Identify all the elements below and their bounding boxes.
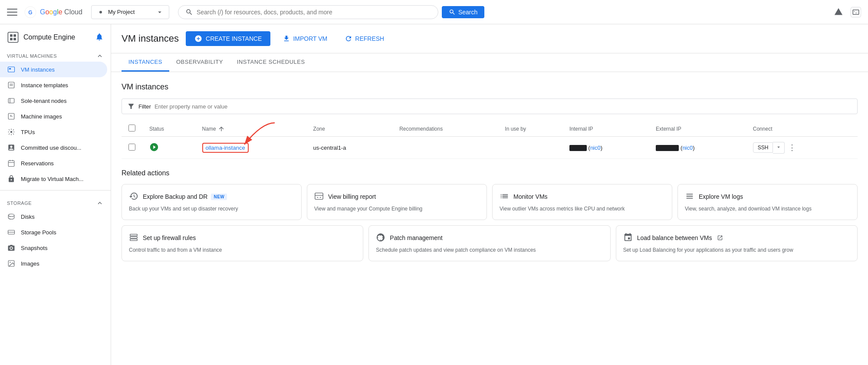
action-card-billing-header: View billing report [314, 191, 480, 202]
action-card-patch[interactable]: Patch management Schedule patch updates … [368, 225, 610, 261]
svg-point-22 [10, 262, 10, 263]
vm-section-header: Virtual machines [0, 47, 111, 62]
row-checkbox[interactable] [128, 144, 135, 151]
snapshots-icon [7, 243, 16, 252]
logs-desc: View, search, analyze, and download VM i… [685, 205, 850, 213]
sole-tenant-icon [7, 96, 16, 105]
create-instance-button-label: CREATE INSTANCE [206, 35, 262, 42]
sort-icon[interactable] [218, 125, 225, 132]
terminal-icon[interactable] [851, 7, 861, 17]
vm-instances-icon [7, 65, 16, 74]
instance-in-use-by [498, 137, 562, 159]
tab-instances[interactable]: INSTANCES [122, 53, 169, 72]
sidebar-item-reservations[interactable]: Reservations [0, 155, 107, 171]
sidebar-item-machine-images-label: Machine images [21, 113, 62, 120]
sidebar-item-reservations-label: Reservations [21, 160, 54, 167]
tabs: INSTANCES OBSERVABILITY INSTANCE SCHEDUL… [111, 53, 868, 72]
menu-icon[interactable] [7, 7, 17, 17]
top-bar: G Google Cloud My Project Search [0, 0, 868, 24]
action-card-monitor[interactable]: Monitor VMs View outlier VMs across metr… [492, 184, 672, 220]
external-nic-link[interactable]: nic0 [682, 145, 693, 151]
col-status: Status [149, 126, 164, 132]
col-recommendations: Recommendations [399, 126, 443, 132]
sidebar-item-tpus-label: TPUs [21, 129, 35, 135]
disks-icon [7, 212, 16, 221]
instance-zone: us-central1-a [306, 137, 393, 159]
svg-rect-7 [13, 38, 16, 40]
svg-rect-10 [8, 82, 14, 88]
action-card-billing[interactable]: View billing report View and manage your… [307, 184, 487, 220]
search-bar [178, 5, 438, 19]
instance-name-link[interactable]: ollama-instance [202, 143, 249, 153]
svg-rect-9 [9, 68, 11, 69]
filter-input[interactable] [155, 103, 852, 110]
tpus-icon [7, 128, 16, 136]
create-instance-button[interactable]: CREATE INSTANCE [186, 31, 270, 46]
sidebar-item-storage-pools[interactable]: Storage Pools [0, 224, 107, 240]
sidebar-item-vm-instances[interactable]: VM instances [0, 62, 107, 77]
sidebar-item-instance-templates[interactable]: Instance templates [0, 77, 107, 93]
sidebar-item-disks[interactable]: Disks [0, 209, 107, 224]
committed-use-icon [7, 143, 16, 152]
action-card-firewall-header: Set up firewall rules [129, 233, 356, 243]
machine-images-icon [7, 112, 16, 121]
filter-bar: Filter [122, 99, 858, 114]
filter-icon [127, 102, 135, 110]
more-options-button[interactable]: ⋮ [785, 141, 799, 154]
related-actions-title: Related actions [122, 169, 858, 177]
sidebar-item-snapshots[interactable]: Snapshots [0, 240, 107, 256]
storage-section-collapse-icon[interactable] [96, 199, 104, 207]
sidebar-item-images-label: Images [21, 260, 39, 267]
action-card-firewall[interactable]: Set up firewall rules Control traffic to… [122, 225, 363, 261]
sidebar-item-disks-label: Disks [21, 214, 35, 220]
sidebar-item-sole-tenant[interactable]: Sole-tenant nodes [0, 93, 107, 109]
svg-rect-13 [8, 99, 14, 103]
firewall-desc: Control traffic to and from a VM instanc… [129, 247, 356, 254]
action-card-load-balance[interactable]: Load balance between VMs Set up Load Bal… [616, 225, 858, 261]
sidebar-item-machine-images[interactable]: Machine images [0, 109, 107, 124]
sidebar: Compute Engine Virtual machines VM insta… [0, 24, 111, 365]
select-all-checkbox[interactable] [128, 125, 135, 132]
refresh-icon [345, 35, 352, 43]
tab-instance-schedules[interactable]: INSTANCE SCHEDULES [230, 53, 312, 72]
patch-icon [376, 233, 386, 243]
search-input[interactable] [197, 9, 431, 16]
page-header: VM instances CREATE INSTANCE IMPORT VM R… [111, 24, 868, 53]
col-in-use-by: In use by [505, 126, 526, 132]
external-link-icon [717, 235, 723, 241]
monitor-title: Monitor VMs [513, 193, 548, 200]
action-card-backup-dr[interactable]: Explore Backup and DR NEW Back up your V… [122, 184, 302, 220]
sidebar-item-images[interactable]: Images [0, 256, 107, 271]
reservations-icon [7, 159, 16, 168]
main-content: VM instances CREATE INSTANCE IMPORT VM R… [111, 24, 868, 365]
top-bar-actions [833, 7, 861, 17]
search-button-icon [449, 9, 456, 16]
sidebar-header: Compute Engine [0, 24, 111, 47]
sidebar-item-instance-templates-label: Instance templates [21, 82, 68, 89]
action-card-backup-header: Explore Backup and DR NEW [129, 191, 294, 202]
sidebar-item-committed-use[interactable]: Committed use discou... [0, 140, 107, 155]
instance-name-cell: ollama-instance [202, 145, 249, 151]
refresh-button[interactable]: REFRESH [339, 31, 389, 46]
sidebar-item-tpus[interactable]: TPUs [0, 124, 107, 140]
project-selector-icon [97, 8, 105, 16]
instances-table: Status Name Zone Recommendations In use … [122, 121, 858, 159]
sidebar-item-migrate-vms[interactable]: Migrate to Virtual Mach... [0, 171, 107, 187]
action-card-logs[interactable]: Explore VM logs View, search, analyze, a… [677, 184, 858, 220]
project-selector[interactable]: My Project [91, 5, 169, 19]
ssh-button[interactable]: SSH [753, 142, 773, 153]
notification-bell-icon[interactable] [95, 33, 104, 43]
content-area: VM instances Filter Status [111, 72, 868, 272]
billing-title: View billing report [328, 193, 376, 200]
internal-nic-link[interactable]: nic0 [590, 145, 601, 151]
notifications-icon[interactable] [833, 7, 844, 17]
svg-rect-4 [10, 34, 13, 37]
vm-section-collapse-icon[interactable] [96, 52, 104, 60]
ssh-dropdown-button[interactable] [773, 142, 785, 154]
instances-table-container: Status Name Zone Recommendations In use … [122, 121, 858, 159]
search-button-label: Search [458, 9, 477, 16]
search-button[interactable]: Search [442, 6, 484, 18]
import-vm-button[interactable]: IMPORT VM [277, 31, 332, 46]
tab-observability[interactable]: OBSERVABILITY [169, 53, 230, 72]
billing-icon [314, 191, 325, 202]
